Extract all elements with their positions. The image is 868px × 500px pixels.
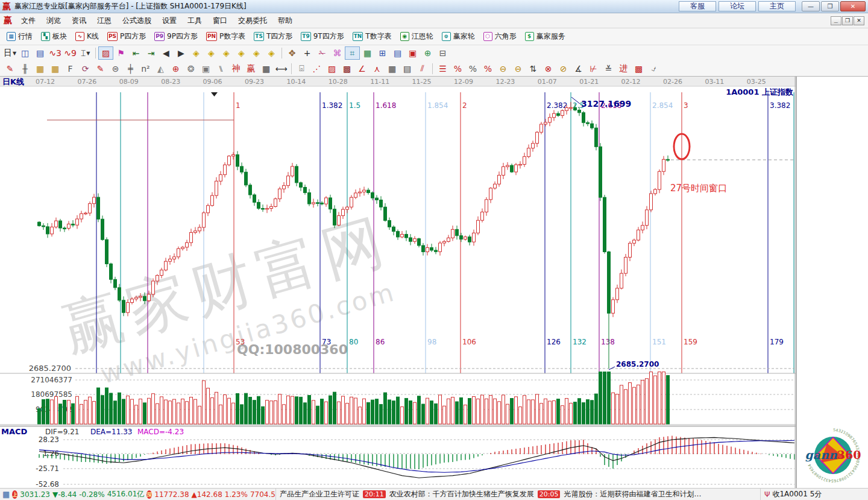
quick-button-2[interactable]: 主页 [758, 1, 796, 11]
gann-icon-12[interactable]: ❂ [183, 62, 198, 75]
draw-icon-20[interactable]: ✥ [285, 46, 300, 60]
gann-icon-44[interactable]: ⍻ [646, 62, 661, 75]
close-button[interactable]: ✕ [840, 1, 866, 11]
mdi-button-2[interactable]: ✕ [854, 16, 864, 25]
restore-button[interactable]: ❐ [821, 1, 839, 11]
draw-icon-24[interactable]: ⌗ [345, 46, 360, 60]
gann-icon-26[interactable]: ▦ [385, 62, 400, 75]
gann-icon-21[interactable]: ⋰ [309, 62, 324, 75]
toolbar-button-0[interactable]: ▦行情 [2, 30, 37, 43]
draw-icon-5[interactable]: ⌶▼ [78, 46, 93, 60]
draw-icon-17[interactable]: ◈ [249, 46, 264, 60]
menu-item-3[interactable]: 江恩 [92, 14, 117, 27]
gann-icon-25[interactable]: ⋏ [370, 62, 385, 75]
draw-icon-14[interactable]: ◈ [204, 46, 219, 60]
menu-item-4[interactable]: 公式选股 [117, 14, 157, 27]
gann-icon-23[interactable]: ▩ [339, 62, 354, 75]
gann-icon-34[interactable]: ⊖ [495, 62, 511, 75]
gann-icon-38[interactable]: ⊘ [556, 62, 571, 75]
gann-icon-39[interactable]: ∡ [571, 62, 586, 75]
gann-icon-4[interactable]: F [63, 62, 78, 75]
menu-item-9[interactable]: 帮助 [272, 14, 298, 27]
draw-icon-21[interactable]: + [300, 46, 315, 60]
toolbar-button-7[interactable]: T99T四方形 [297, 30, 348, 43]
menu-item-7[interactable]: 窗口 [207, 14, 233, 27]
gann-icon-14[interactable]: ⑊ [213, 62, 228, 75]
menu-item-8[interactable]: 交易委托 [233, 14, 272, 27]
draw-icon-12[interactable]: ▶ [174, 46, 189, 60]
gann-icon-42[interactable]: 进 [616, 62, 631, 75]
gann-icon-31[interactable]: % [450, 62, 465, 75]
toolbar-button-9[interactable]: ◉江恩轮 [396, 30, 438, 43]
toolbar-button-2[interactable]: ∿K线 [71, 30, 103, 43]
gann-icon-17[interactable]: ▦ [259, 62, 274, 75]
toolbar-button-3[interactable]: PSP四方形 [103, 30, 150, 43]
gann-icon-1[interactable]: ╫ [17, 62, 33, 75]
draw-icon-27[interactable]: ▤ [390, 46, 405, 60]
draw-icon-26[interactable]: ⊞ [375, 46, 390, 60]
gann-icon-20[interactable]: ⌻ [294, 62, 309, 75]
menu-item-2[interactable]: 资讯 [66, 14, 92, 27]
gann-icon-40[interactable]: ⊬ [586, 62, 601, 75]
gann-icon-37[interactable]: ⊗ [541, 62, 556, 75]
sh-index-value[interactable]: 3031.23 [20, 490, 50, 499]
menu-item-5[interactable]: 设置 [157, 14, 182, 27]
mdi-button-1[interactable]: ❐ [842, 16, 853, 25]
gann-icon-5[interactable]: ⟳ [78, 62, 93, 75]
gann-icon-22[interactable]: ▨ [324, 62, 339, 75]
gann-icon-13[interactable]: ▣ [198, 62, 213, 75]
gann-icon-3[interactable]: ▦ [48, 62, 63, 75]
draw-icon-0[interactable]: 日▼ [2, 46, 17, 60]
gann-icon-27[interactable]: ▤ [400, 62, 415, 75]
kline-chart-canvas[interactable]: 07-1207-2608-0908-2309-0609-2310-1410-28… [0, 77, 796, 488]
toolbar-button-6[interactable]: TST四方形 [250, 30, 297, 43]
quick-button-0[interactable]: 客服 [679, 1, 716, 11]
mdi-button-0[interactable]: ＿ [831, 16, 841, 25]
toolbar-button-1[interactable]: ▚板块 [37, 30, 71, 43]
gann-icon-7[interactable]: ⊜ [108, 62, 123, 75]
draw-icon-4[interactable]: ∿9 [63, 46, 78, 60]
quote-grid-icon[interactable]: ▦ [2, 490, 10, 499]
draw-icon-25[interactable]: ▦ [360, 46, 375, 60]
menu-item-6[interactable]: 工具 [182, 14, 207, 27]
toolbar-button-5[interactable]: PNP数字表 [202, 30, 250, 43]
gann-icon-32[interactable]: % [465, 62, 480, 75]
draw-icon-9[interactable]: ⇤ [128, 46, 143, 60]
draw-icon-11[interactable]: ◀ [159, 46, 174, 60]
menu-item-0[interactable]: 文件 [16, 14, 41, 27]
gann-icon-36[interactable]: ⇅ [526, 62, 541, 75]
draw-icon-22[interactable]: ✁ [315, 46, 330, 60]
gann-icon-10[interactable]: ◭ [153, 62, 168, 75]
gann-icon-33[interactable]: % [480, 62, 495, 75]
draw-icon-1[interactable]: ◫ [17, 46, 33, 60]
draw-icon-29[interactable]: ⊕ [420, 46, 435, 60]
toolbar-button-10[interactable]: ⊚赢家轮 [438, 30, 479, 43]
draw-icon-8[interactable]: ⚑ [113, 46, 128, 60]
draw-icon-13[interactable]: ◈ [189, 46, 204, 60]
gann-icon-28[interactable]: ⫽ [415, 62, 430, 75]
gann-icon-8[interactable]: ╪ [123, 62, 138, 75]
draw-icon-28[interactable]: ▣ [405, 46, 420, 60]
toolbar-button-11[interactable]: ⬡六角形 [479, 30, 521, 43]
gann-icon-0[interactable]: ✎ [2, 62, 17, 75]
draw-icon-30[interactable]: ⊟ [435, 46, 450, 60]
draw-icon-15[interactable]: ◈ [219, 46, 234, 60]
draw-icon-23[interactable]: ⌘ [330, 46, 345, 60]
draw-icon-18[interactable]: ◈ [264, 46, 279, 60]
news-ticker[interactable]: 产品生产企业卫生许可证20:11农业农村部：千方百计加快生猪生产恢复发展20:0… [276, 489, 761, 500]
draw-icon-10[interactable]: ⇥ [143, 46, 159, 60]
sz-index-value[interactable]: 11772.38 [154, 490, 189, 499]
gann-icon-41[interactable]: ≚ [601, 62, 616, 75]
toolbar-button-12[interactable]: $赢家服务 [521, 30, 570, 43]
quick-button-1[interactable]: 论坛 [719, 1, 756, 11]
gann-icon-30[interactable]: ☰ [435, 62, 450, 75]
gann-icon-6[interactable]: ✎ [93, 62, 108, 75]
gann-icon-9[interactable]: n² [138, 62, 153, 75]
draw-icon-3[interactable]: ∿3 [48, 46, 63, 60]
gann-icon-16[interactable]: 赢 [244, 62, 259, 75]
gann-icon-11[interactable]: ⊕ [168, 62, 183, 75]
toolbar-button-4[interactable]: P99P四方形 [150, 30, 202, 43]
draw-icon-7[interactable]: ▨ [98, 46, 113, 60]
gann-icon-15[interactable]: 神 [228, 62, 244, 75]
gann-icon-43[interactable]: ▩ [631, 62, 646, 75]
